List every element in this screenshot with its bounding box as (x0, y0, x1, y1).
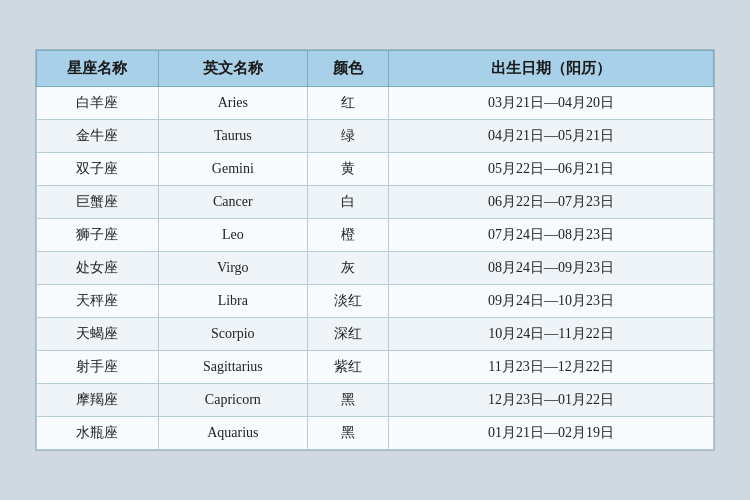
cell-date: 03月21日—04月20日 (389, 87, 714, 120)
table-row: 金牛座Taurus绿04月21日—05月21日 (37, 120, 714, 153)
cell-date: 11月23日—12月22日 (389, 351, 714, 384)
table-row: 巨蟹座Cancer白06月22日—07月23日 (37, 186, 714, 219)
cell-color: 深红 (307, 318, 388, 351)
cell-chinese: 巨蟹座 (37, 186, 159, 219)
table-row: 双子座Gemini黄05月22日—06月21日 (37, 153, 714, 186)
cell-date: 12月23日—01月22日 (389, 384, 714, 417)
cell-color: 黄 (307, 153, 388, 186)
table-row: 白羊座Aries红03月21日—04月20日 (37, 87, 714, 120)
header-english: 英文名称 (158, 51, 307, 87)
cell-color: 紫红 (307, 351, 388, 384)
header-chinese: 星座名称 (37, 51, 159, 87)
header-color: 颜色 (307, 51, 388, 87)
table-row: 摩羯座Capricorn黑12月23日—01月22日 (37, 384, 714, 417)
cell-english: Virgo (158, 252, 307, 285)
cell-date: 07月24日—08月23日 (389, 219, 714, 252)
cell-chinese: 白羊座 (37, 87, 159, 120)
zodiac-table: 星座名称 英文名称 颜色 出生日期（阳历） 白羊座Aries红03月21日—04… (36, 50, 714, 450)
cell-date: 06月22日—07月23日 (389, 186, 714, 219)
cell-chinese: 摩羯座 (37, 384, 159, 417)
cell-date: 04月21日—05月21日 (389, 120, 714, 153)
cell-english: Libra (158, 285, 307, 318)
cell-color: 灰 (307, 252, 388, 285)
cell-english: Sagittarius (158, 351, 307, 384)
cell-english: Gemini (158, 153, 307, 186)
table-row: 天秤座Libra淡红09月24日—10月23日 (37, 285, 714, 318)
cell-english: Aquarius (158, 417, 307, 450)
table-row: 处女座Virgo灰08月24日—09月23日 (37, 252, 714, 285)
table-row: 狮子座Leo橙07月24日—08月23日 (37, 219, 714, 252)
cell-english: Taurus (158, 120, 307, 153)
table-header-row: 星座名称 英文名称 颜色 出生日期（阳历） (37, 51, 714, 87)
cell-chinese: 处女座 (37, 252, 159, 285)
cell-english: Cancer (158, 186, 307, 219)
cell-color: 绿 (307, 120, 388, 153)
table-row: 天蝎座Scorpio深红10月24日—11月22日 (37, 318, 714, 351)
cell-date: 10月24日—11月22日 (389, 318, 714, 351)
cell-english: Aries (158, 87, 307, 120)
table-row: 水瓶座Aquarius黑01月21日—02月19日 (37, 417, 714, 450)
cell-color: 橙 (307, 219, 388, 252)
cell-chinese: 射手座 (37, 351, 159, 384)
cell-english: Capricorn (158, 384, 307, 417)
cell-chinese: 金牛座 (37, 120, 159, 153)
cell-chinese: 双子座 (37, 153, 159, 186)
table-row: 射手座Sagittarius紫红11月23日—12月22日 (37, 351, 714, 384)
cell-color: 红 (307, 87, 388, 120)
cell-color: 淡红 (307, 285, 388, 318)
cell-color: 黑 (307, 417, 388, 450)
zodiac-table-container: 星座名称 英文名称 颜色 出生日期（阳历） 白羊座Aries红03月21日—04… (35, 49, 715, 451)
header-date: 出生日期（阳历） (389, 51, 714, 87)
cell-date: 08月24日—09月23日 (389, 252, 714, 285)
cell-chinese: 水瓶座 (37, 417, 159, 450)
cell-date: 01月21日—02月19日 (389, 417, 714, 450)
cell-date: 09月24日—10月23日 (389, 285, 714, 318)
cell-color: 黑 (307, 384, 388, 417)
cell-chinese: 狮子座 (37, 219, 159, 252)
cell-english: Leo (158, 219, 307, 252)
cell-color: 白 (307, 186, 388, 219)
cell-chinese: 天秤座 (37, 285, 159, 318)
cell-english: Scorpio (158, 318, 307, 351)
cell-chinese: 天蝎座 (37, 318, 159, 351)
cell-date: 05月22日—06月21日 (389, 153, 714, 186)
